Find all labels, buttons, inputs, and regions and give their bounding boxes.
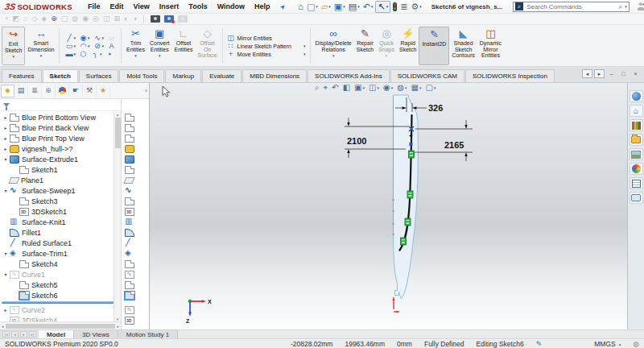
expand-arrow[interactable]: ▸	[2, 125, 10, 130]
tab-motion-study-1[interactable]: Motion Study 1	[118, 330, 178, 338]
tree-icon-row[interactable]	[122, 122, 149, 133]
custom-properties-icon-button[interactable]	[630, 177, 643, 189]
propertymanager-tab[interactable]: ▤	[14, 85, 28, 97]
search-magnifier-icon[interactable]: ⌕	[618, 2, 622, 11]
dropdown-caret[interactable]: ▾	[328, 4, 331, 9]
tab-mbd-dimensions[interactable]: MBD Dimensions	[242, 69, 307, 82]
dropdown-caret[interactable]: ▾	[332, 53, 335, 60]
tree-icon-row[interactable]	[122, 154, 149, 164]
save-icon-button[interactable]: ▣▾	[333, 1, 346, 13]
options-gear-icon-button[interactable]: ⚙▾	[410, 1, 422, 13]
units-caret-icon[interactable]: ▴	[619, 342, 621, 346]
select-tool-icon-button[interactable]: ↖▾	[375, 1, 390, 13]
dropdown-caret[interactable]: ▾	[378, 85, 380, 90]
expand-arrow[interactable]: ▾	[2, 156, 10, 162]
doc-restore-button[interactable]: □	[618, 69, 629, 78]
appearances-icon-button[interactable]	[630, 163, 643, 175]
tree-icon-row[interactable]	[122, 259, 149, 269]
tree-item[interactable]: ▸vignesh_hull->?	[0, 143, 121, 154]
display-delete-relations-button[interactable]: ∞ Display/DeleteRelations ▾	[313, 27, 354, 65]
new-document-icon-button[interactable]: ▢▾	[306, 1, 319, 13]
tree-icon-row[interactable]	[122, 227, 149, 238]
dynamic-mirror-entities-button[interactable]: ◫ DynamicMirrorEntities	[477, 27, 504, 65]
instant2d-button[interactable]: ✎ Instant2D	[419, 27, 449, 65]
scroll-thumb[interactable]	[115, 118, 121, 148]
menu-tools[interactable]: Tools	[184, 2, 212, 10]
tree-item[interactable]: ▸Curve2	[0, 304, 121, 315]
menu-view[interactable]: View	[128, 2, 154, 10]
point-tool-button[interactable]: ▪	[105, 51, 115, 58]
dropdown-caret[interactable]: ▾	[357, 4, 360, 9]
display-style-icon-button[interactable]: ◫▾	[369, 84, 379, 92]
hull-surface-outline[interactable]	[394, 95, 419, 299]
shaded-sketch-contours-button[interactable]: ◣ ShadedSketchContours	[449, 27, 477, 65]
scroll-up-arrow[interactable]: ▴	[117, 112, 119, 117]
dropdown-caret[interactable]: ▾	[391, 85, 394, 90]
cam-operation-tree-tab[interactable]: ⚒	[83, 85, 97, 97]
tree-icon-row[interactable]	[122, 175, 149, 185]
tree-icon-row[interactable]	[122, 269, 149, 280]
sketch-canvas[interactable]: 326 2100 2165	[150, 83, 627, 329]
scroll-down-arrow[interactable]: ▾	[117, 317, 119, 321]
ellipse-tool-button[interactable]: ⊘▾	[93, 43, 105, 50]
home-icon-button[interactable]: ⌂	[297, 1, 304, 13]
dropdown-caret[interactable]: ▾	[303, 52, 306, 56]
dropdown-caret[interactable]: ▾	[73, 44, 76, 48]
dropdown-caret[interactable]: ▾	[73, 52, 76, 56]
dropdown-caret[interactable]: ▾	[88, 44, 90, 48]
tree-icon-row[interactable]	[122, 196, 149, 206]
tree-icon-row[interactable]	[122, 290, 149, 300]
tree-filter-row[interactable]	[0, 99, 121, 111]
sheet-nav-next[interactable]: ▸	[20, 331, 27, 338]
screen-capture-icon[interactable]	[151, 15, 160, 23]
tree-item[interactable]: Sketch5	[0, 280, 121, 290]
menu-window[interactable]: Window	[213, 2, 250, 10]
spline-tool-button[interactable]: ∿▾	[93, 35, 105, 42]
tree-icon-row[interactable]	[122, 143, 149, 154]
move-entities-button[interactable]: +Move Entities▾	[225, 51, 308, 58]
undo-icon-button[interactable]: ↶▾	[362, 1, 374, 13]
tab-solidworks-cam[interactable]: SOLIDWORKS CAM	[390, 69, 464, 82]
tab-model[interactable]: Model	[39, 330, 74, 338]
sheet-nav-prev[interactable]: ◂	[11, 331, 19, 338]
rollback-bar[interactable]	[2, 301, 116, 304]
forum-icon-button[interactable]	[630, 192, 643, 204]
scroll-left-arrow[interactable]: ◂	[2, 324, 4, 329]
tree-vertical-scrollbar[interactable]: ▴ ▾	[114, 112, 121, 321]
tree-icon-row[interactable]	[122, 304, 149, 315]
arc-tool-button[interactable]: ◠▾	[78, 43, 91, 50]
dropdown-caret[interactable]: ▾	[73, 35, 76, 40]
dropdown-caret[interactable]: ▾	[159, 53, 161, 60]
rectangle-tool-button[interactable]: ▭▾	[64, 43, 76, 50]
tab-evaluate[interactable]: Evaluate	[202, 69, 242, 82]
expand-arrow[interactable]: ▾	[2, 251, 10, 256]
doc-close-button[interactable]: ×	[630, 69, 641, 78]
tree-item[interactable]: Sketch1	[0, 164, 121, 175]
polygon-tool-button[interactable]: ⬡	[78, 51, 89, 58]
section-view-icon-button[interactable]: ◧	[343, 84, 350, 92]
open-icon-button[interactable]: ▱▾	[320, 1, 332, 13]
search-input[interactable]	[525, 2, 617, 11]
view-palette-icon-button[interactable]	[630, 148, 643, 160]
displaymanager-tab[interactable]	[56, 85, 69, 97]
rapid-sketch-button[interactable]: ⚡ RapidSketch	[397, 27, 419, 65]
tab-scroll-right-button[interactable]: ▸	[594, 69, 605, 78]
tab-3d-views[interactable]: 3D Views	[74, 330, 118, 338]
dropdown-caret[interactable]: ▾	[100, 52, 102, 56]
convert-entities-button[interactable]: ▣ ConvertEntities ▾	[147, 27, 172, 65]
menu-edit[interactable]: Edit	[105, 2, 128, 10]
cam-feature-tree-tab[interactable]: ☛	[69, 85, 83, 97]
expand-arrow[interactable]: ▾	[2, 271, 10, 277]
dropdown-caret[interactable]: ▾	[419, 85, 422, 90]
tab-features[interactable]: Features	[2, 69, 42, 82]
tab-solidworks-inspection[interactable]: SOLIDWORKS Inspection	[465, 69, 555, 82]
dimension-2165[interactable]: 2165	[411, 120, 473, 161]
tree-item[interactable]: ▾Surface-Extrude1	[0, 154, 121, 164]
tree-item[interactable]: Sketch6	[0, 290, 121, 300]
sketch-fillet-tool-button[interactable]: ╮▾	[90, 51, 103, 58]
graphics-viewport[interactable]: ⌕⌖↶◧▣▾◫▾◉▾◍▾▦▾▢▾ 326	[150, 83, 627, 329]
unit-system[interactable]: MMGS ▴	[594, 340, 621, 348]
expand-arrow[interactable]: ▸	[2, 307, 10, 313]
tree-item[interactable]: 3DSketch4	[0, 315, 121, 321]
dropdown-caret[interactable]: ▾	[316, 4, 318, 9]
